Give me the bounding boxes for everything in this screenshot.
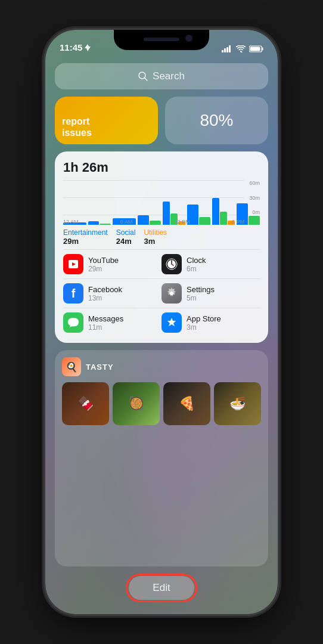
x-label-6pm: 6 PM [232, 219, 244, 225]
search-placeholder: Search [153, 70, 185, 82]
messages-name: Messages [88, 314, 123, 323]
food-image-1: 🍫 [62, 382, 109, 425]
edit-button-container: Edit [55, 576, 268, 600]
tasty-title: TASTY [86, 363, 114, 371]
x-label-12pm: 12 PM [175, 219, 190, 225]
clock-icon [162, 254, 182, 274]
messages-time: 11m [88, 323, 123, 332]
app-row-1: YouTube 29m [63, 250, 260, 278]
category-utilities: Utilities 3m [144, 228, 167, 246]
location-icon [85, 44, 91, 51]
facebook-time: 13m [88, 294, 122, 302]
edit-button[interactable]: Edit [129, 576, 194, 600]
search-bar[interactable]: Search [55, 63, 268, 89]
youtube-time: 29m [88, 265, 119, 273]
food-emoji-3: 🍕 [163, 382, 210, 425]
food-emoji-4: 🍜 [214, 382, 261, 425]
clock-info: Clock 6m [187, 256, 206, 273]
x-label-6am: 6 AM [120, 219, 133, 225]
bar-group-5 [163, 180, 186, 225]
category-entertainment: Entertainment 29m [63, 228, 108, 246]
tasty-images: 🍫 🥘 🍕 🍜 [62, 382, 261, 425]
issues-text: report issues [62, 116, 151, 138]
chart-bars [63, 180, 260, 225]
app-item-appstore[interactable]: App Store 3m [162, 308, 260, 337]
facebook-name: Facebook [88, 285, 122, 294]
screentime-categories: Entertainment 29m Social 24m Utilities 3… [63, 228, 260, 246]
app-item-settings[interactable]: Settings 5m [162, 279, 260, 308]
chart-area: 60m 30m 0m 12 AM 6 AM 12 PM 6 PM [63, 180, 260, 225]
camera [185, 35, 192, 42]
food-emoji-2: 🥘 [113, 382, 160, 425]
bar-group-4 [138, 180, 161, 225]
chart-x-labels: 12 AM 6 AM 12 PM 6 PM [63, 219, 244, 225]
bar-group-2 [88, 180, 111, 225]
screentime-total: 1h 26m [63, 160, 260, 175]
appstore-info: App Store 3m [187, 314, 221, 332]
cat-time-social: 24m [116, 237, 136, 246]
bar-group-3 [113, 180, 136, 225]
messages-logo [67, 317, 79, 328]
bar-group-6 [187, 180, 210, 225]
appstore-logo [166, 317, 178, 329]
cat-time-utilities: 3m [144, 237, 167, 246]
notch [114, 30, 209, 50]
battery-percentage: 80% [200, 111, 233, 130]
svg-rect-3 [229, 45, 231, 52]
messages-info: Messages 11m [88, 314, 123, 332]
clock-logo [165, 258, 178, 271]
widget-battery[interactable]: 80% [165, 97, 268, 144]
cat-name-entertainment: Entertainment [63, 228, 108, 237]
widget-tasty[interactable]: 🍳 TASTY 🍫 🥘 🍕 🍜 [55, 350, 268, 566]
appstore-time: 3m [187, 323, 221, 332]
x-label-12am: 12 AM [63, 219, 79, 225]
tasty-header: 🍳 TASTY [62, 357, 261, 376]
status-icons [222, 45, 263, 52]
bar-group-7 [212, 180, 235, 225]
time-display: 11:45 [60, 42, 82, 52]
app-list: YouTube 29m [63, 249, 260, 337]
app-item-clock[interactable]: Clock 6m [162, 250, 260, 278]
y-label-60: 60m [249, 180, 260, 186]
settings-icon [162, 283, 182, 304]
food-emoji-1: 🍫 [62, 382, 109, 425]
battery-icon [249, 45, 263, 52]
widget-issues[interactable]: report issues [55, 97, 158, 144]
app-item-messages[interactable]: Messages 11m [63, 308, 162, 337]
facebook-icon: f [63, 283, 83, 304]
tasty-logo: 🍳 [62, 357, 81, 376]
settings-time: 5m [187, 294, 215, 302]
svg-rect-1 [224, 48, 226, 52]
search-icon [138, 72, 148, 81]
clock-time: 6m [187, 265, 206, 273]
svg-rect-2 [226, 47, 228, 52]
content-area: Search report issues 80% 1h 26m [45, 56, 278, 614]
cat-time-entertainment: 29m [63, 237, 108, 246]
clock-name: Clock [187, 256, 206, 265]
svg-line-8 [145, 78, 148, 81]
app-row-3: Messages 11m App Store [63, 308, 260, 337]
speaker [144, 38, 179, 41]
youtube-logo [68, 260, 79, 268]
svg-rect-5 [262, 48, 263, 51]
food-image-3: 🍕 [163, 382, 210, 425]
y-label-0: 0m [252, 209, 260, 215]
widgets-row-top: report issues 80% [55, 97, 268, 144]
app-item-youtube[interactable]: YouTube 29m [63, 250, 162, 278]
app-row-2: f Facebook 13m [63, 279, 260, 308]
food-image-2: 🥘 [113, 382, 160, 425]
wifi-icon [236, 45, 246, 52]
appstore-icon [162, 312, 182, 333]
facebook-info: Facebook 13m [88, 285, 122, 302]
signal-icon [222, 45, 232, 52]
widget-screentime[interactable]: 1h 26m [55, 151, 268, 343]
facebook-logo: f [72, 287, 76, 301]
category-social: Social 24m [116, 228, 136, 246]
y-label-30: 30m [249, 195, 260, 201]
phone-screen: 11:45 [45, 30, 278, 614]
app-item-facebook[interactable]: f Facebook 13m [63, 279, 162, 308]
cat-name-social: Social [116, 228, 136, 237]
bar-group-1 [63, 180, 86, 225]
chart-y-labels: 60m 30m 0m [249, 180, 260, 215]
settings-logo [166, 287, 178, 299]
